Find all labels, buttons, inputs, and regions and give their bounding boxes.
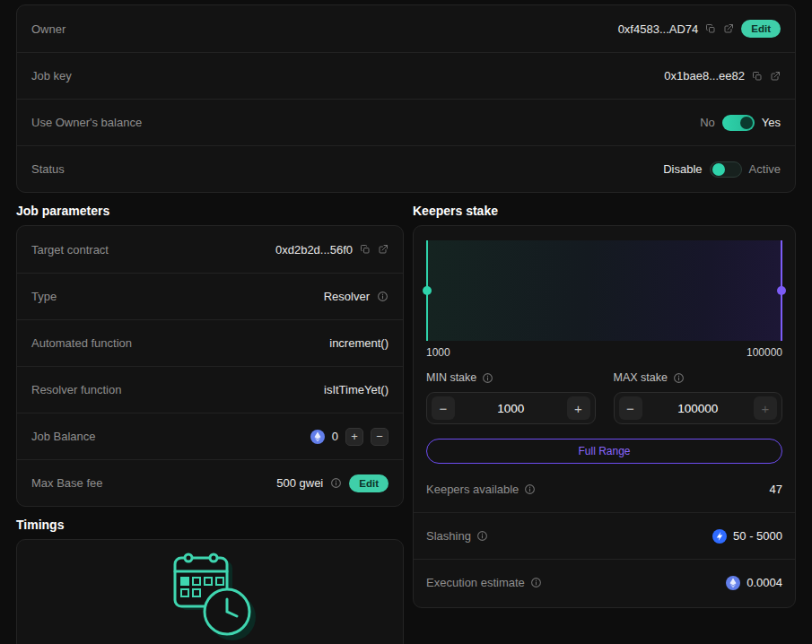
max-base-fee-label: Max Base fee xyxy=(31,476,103,490)
status-toggle-on-label: Active xyxy=(749,162,781,176)
info-icon[interactable] xyxy=(330,477,342,489)
timings-card xyxy=(16,539,404,644)
max-stake-stepper: − 100000 + xyxy=(614,392,783,424)
min-stake-group: MIN stake − 1000 + xyxy=(426,371,596,424)
calendar-clock-illustration xyxy=(157,547,263,644)
max-base-fee-row: Max Base fee 500 gwei Edit xyxy=(17,459,403,506)
job-parameters-title: Job parameters xyxy=(16,204,404,218)
timings-title: Timings xyxy=(16,518,404,532)
slashing-label-row: Slashing xyxy=(426,529,488,543)
info-icon[interactable] xyxy=(673,372,685,384)
copy-icon[interactable] xyxy=(705,23,716,34)
slashing-label: Slashing xyxy=(426,529,471,543)
stake-inputs: MIN stake − 1000 + MAX stake xyxy=(426,371,782,424)
left-column: Job parameters Target contract 0xd2b2d..… xyxy=(16,193,404,644)
min-stake-value[interactable]: 1000 xyxy=(460,402,562,415)
use-owners-balance-toggle[interactable] xyxy=(722,115,755,131)
job-balance-label: Job Balance xyxy=(31,430,96,443)
owner-value: 0xf4583...AD74 xyxy=(618,22,699,36)
job-balance-decrement-button[interactable]: − xyxy=(371,428,389,446)
status-toggle-off-label: Disable xyxy=(663,162,702,176)
job-balance-increment-button[interactable]: + xyxy=(345,428,363,446)
slashing-value: 50 - 5000 xyxy=(733,529,782,543)
max-base-fee-edit-button[interactable]: Edit xyxy=(349,474,389,492)
slashing-row: Slashing 50 - 5000 xyxy=(414,512,795,559)
min-stake-increment-button[interactable]: + xyxy=(567,396,590,420)
eth-icon xyxy=(310,430,325,444)
max-stake-label: MAX stake xyxy=(614,371,668,384)
full-range-button[interactable]: Full Range xyxy=(426,439,782,464)
min-stake-decrement-button[interactable]: − xyxy=(432,396,455,420)
type-value: Resolver xyxy=(324,290,370,303)
execution-estimate-label-row: Execution estimate xyxy=(426,576,542,589)
job-parameters-card: Target contract 0xd2b2d...56f0 Type Reso… xyxy=(16,225,404,507)
external-link-icon[interactable] xyxy=(770,71,781,82)
use-owners-balance-label: Use Owner's balance xyxy=(31,116,142,129)
range-min-label: 1000 xyxy=(426,346,450,359)
job-balance-row: Job Balance 0 + − xyxy=(17,413,403,459)
keepers-available-row: Keepers available 47 xyxy=(414,466,795,512)
toggle-knob xyxy=(712,163,725,176)
slashing-token-icon xyxy=(712,529,727,544)
content-columns: Job parameters Target contract 0xd2b2d..… xyxy=(16,193,796,644)
min-stake-stepper: − 1000 + xyxy=(426,392,596,424)
min-stake-label-row: MIN stake xyxy=(426,371,596,384)
automated-function-label: Automated function xyxy=(31,336,132,350)
execution-estimate-label: Execution estimate xyxy=(426,576,525,589)
external-link-icon[interactable] xyxy=(723,23,734,34)
status-label: Status xyxy=(31,162,65,176)
copy-icon[interactable] xyxy=(360,244,371,255)
range-max-label: 100000 xyxy=(747,346,782,359)
stake-range-chart[interactable] xyxy=(426,240,782,341)
keepers-available-value: 47 xyxy=(770,483,782,496)
job-key-label: Job key xyxy=(31,69,72,83)
max-stake-label-row: MAX stake xyxy=(614,371,783,384)
keepers-available-label-row: Keepers available xyxy=(426,483,536,496)
owner-edit-button[interactable]: Edit xyxy=(741,20,781,38)
status-toggle[interactable] xyxy=(710,161,742,178)
automated-function-value: increment() xyxy=(329,336,389,350)
min-range-handle[interactable] xyxy=(423,286,432,295)
resolver-function-row: Resolver function isItTimeYet() xyxy=(17,366,403,413)
max-stake-group: MAX stake − 100000 + xyxy=(614,371,783,424)
eth-icon xyxy=(726,576,740,590)
max-stake-increment-button[interactable]: + xyxy=(754,396,777,420)
max-base-fee-value: 500 gwei xyxy=(276,476,323,490)
info-icon[interactable] xyxy=(482,372,493,384)
keepers-stake-title: Keepers stake xyxy=(413,204,796,218)
type-label: Type xyxy=(31,290,57,303)
target-contract-value: 0xd2b2d...56f0 xyxy=(275,243,353,257)
automated-function-row: Automated function increment() xyxy=(17,319,403,366)
max-range-handle[interactable] xyxy=(777,286,786,295)
job-overview-card: Owner 0xf4583...AD74 Edit Job key 0x1bae… xyxy=(16,4,796,193)
info-icon[interactable] xyxy=(377,291,389,302)
job-key-row: Job key 0x1bae8...ee82 xyxy=(17,52,795,99)
status-row: Status Disable Active xyxy=(17,145,795,192)
external-link-icon[interactable] xyxy=(378,244,389,255)
resolver-function-label: Resolver function xyxy=(31,383,121,396)
range-axis-labels: 1000 100000 xyxy=(426,346,782,359)
target-contract-label: Target contract xyxy=(31,243,109,257)
max-stake-value[interactable]: 100000 xyxy=(648,402,749,415)
min-stake-label: MIN stake xyxy=(426,371,476,384)
job-key-value: 0x1bae8...ee82 xyxy=(664,69,745,83)
execution-estimate-row: Execution estimate 0.0004 xyxy=(414,559,795,605)
job-balance-value: 0 xyxy=(332,430,338,443)
info-icon[interactable] xyxy=(476,530,488,542)
resolver-function-value: isItTimeYet() xyxy=(324,383,389,396)
execution-estimate-value: 0.0004 xyxy=(747,576,782,589)
page: Owner 0xf4583...AD74 Edit Job key 0x1bae… xyxy=(0,0,812,644)
info-icon[interactable] xyxy=(524,483,536,495)
info-icon[interactable] xyxy=(530,577,542,588)
copy-icon[interactable] xyxy=(752,71,763,82)
owner-row: Owner 0xf4583...AD74 Edit xyxy=(17,5,795,52)
max-stake-decrement-button[interactable]: − xyxy=(619,396,642,420)
right-column: Keepers stake 1000 100000 MIN stake xyxy=(413,193,796,608)
keepers-available-label: Keepers available xyxy=(426,483,519,496)
balance-toggle-off-label: No xyxy=(700,116,715,129)
target-contract-row: Target contract 0xd2b2d...56f0 xyxy=(17,226,403,273)
owner-label: Owner xyxy=(31,22,65,36)
type-row: Type Resolver xyxy=(17,273,403,319)
balance-toggle-on-label: Yes xyxy=(762,116,781,129)
use-owners-balance-row: Use Owner's balance No Yes xyxy=(17,99,795,145)
